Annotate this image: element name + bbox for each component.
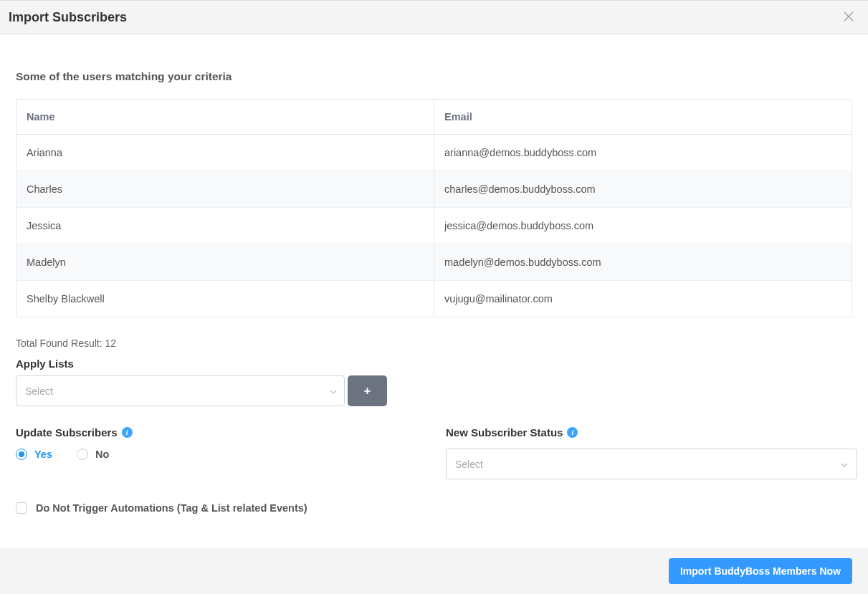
radio-yes[interactable]: Yes bbox=[16, 449, 52, 460]
modal-footer: Import BuddyBoss Members Now bbox=[0, 548, 868, 594]
table-row: Shelby Blackwell vujugu@mailinator.com bbox=[16, 281, 852, 317]
update-subscribers-radio-group: Yes No bbox=[16, 449, 388, 460]
table-row: Charles charles@demos.buddyboss.com bbox=[16, 171, 852, 208]
update-subscribers-label: Update Subscribers i bbox=[16, 426, 388, 439]
apply-lists-select[interactable]: Select bbox=[16, 375, 345, 406]
new-subscriber-status-label: New Subscriber Status i bbox=[446, 426, 857, 439]
close-icon[interactable] bbox=[841, 8, 857, 27]
column-header-email: Email bbox=[434, 100, 852, 135]
add-list-button[interactable]: + bbox=[348, 375, 387, 406]
no-trigger-row: Do Not Trigger Automations (Tag & List r… bbox=[16, 502, 852, 514]
apply-lists-placeholder: Select bbox=[25, 385, 53, 397]
status-placeholder: Select bbox=[455, 459, 483, 470]
update-subscribers-text: Update Subscribers bbox=[16, 426, 118, 439]
apply-lists-label: Apply Lists bbox=[16, 358, 852, 370]
radio-no-circle bbox=[77, 449, 88, 460]
modal-header: Import Subscribers bbox=[0, 0, 868, 34]
cell-name: Madelyn bbox=[16, 244, 434, 281]
cell-name: Jessica bbox=[16, 208, 434, 244]
radio-no-label: No bbox=[95, 449, 109, 460]
cell-email: charles@demos.buddyboss.com bbox=[434, 171, 852, 208]
new-subscriber-status-section: New Subscriber Status i Select bbox=[446, 426, 857, 479]
radio-yes-label: Yes bbox=[34, 449, 52, 460]
info-icon[interactable]: i bbox=[122, 427, 133, 438]
radio-no[interactable]: No bbox=[77, 449, 109, 460]
cell-name: Arianna bbox=[16, 135, 434, 171]
apply-lists-row: Select + bbox=[16, 375, 852, 406]
cell-email: jessica@demos.buddyboss.com bbox=[434, 208, 852, 244]
users-table: Name Email Arianna arianna@demos.buddybo… bbox=[16, 99, 852, 317]
chevron-down-icon bbox=[330, 387, 337, 396]
cell-email: madelyn@demos.buddyboss.com bbox=[434, 244, 852, 281]
table-row: Arianna arianna@demos.buddyboss.com bbox=[16, 135, 852, 171]
update-subscribers-section: Update Subscribers i Yes No bbox=[16, 426, 388, 479]
column-header-name: Name bbox=[16, 100, 434, 135]
criteria-heading: Some of the users matching your criteria bbox=[16, 70, 852, 83]
cell-name: Charles bbox=[16, 171, 434, 208]
new-subscriber-status-select[interactable]: Select bbox=[446, 449, 857, 479]
cell-name: Shelby Blackwell bbox=[16, 281, 434, 317]
import-members-button[interactable]: Import BuddyBoss Members Now bbox=[669, 558, 852, 584]
info-icon[interactable]: i bbox=[567, 427, 578, 438]
table-row: Jessica jessica@demos.buddyboss.com bbox=[16, 208, 852, 244]
chevron-down-icon bbox=[841, 460, 848, 469]
table-row: Madelyn madelyn@demos.buddyboss.com bbox=[16, 244, 852, 281]
cell-email: vujugu@mailinator.com bbox=[434, 281, 852, 317]
total-found-label: Total Found Result: 12 bbox=[16, 337, 852, 349]
modal-title: Import Subscribers bbox=[9, 10, 127, 25]
cell-email: arianna@demos.buddyboss.com bbox=[434, 135, 852, 171]
no-trigger-checkbox[interactable] bbox=[16, 502, 27, 514]
modal-content: Some of the users matching your criteria… bbox=[0, 34, 868, 528]
radio-yes-circle bbox=[16, 449, 27, 460]
new-subscriber-status-text: New Subscriber Status bbox=[446, 426, 563, 439]
no-trigger-label: Do Not Trigger Automations (Tag & List r… bbox=[36, 502, 307, 514]
